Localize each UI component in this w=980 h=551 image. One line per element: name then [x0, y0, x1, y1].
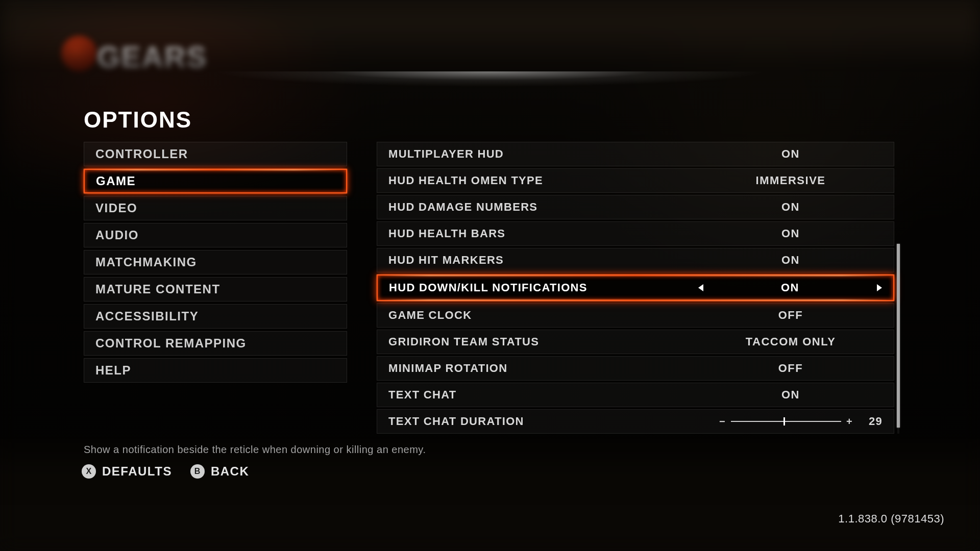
plus-icon[interactable]: + — [846, 416, 853, 428]
sidebar-item-label: CONTROLLER — [95, 147, 188, 161]
back-button[interactable]: B BACK — [190, 464, 249, 479]
setting-value: ON — [699, 227, 883, 240]
setting-value: IMMERSIVE — [699, 174, 883, 187]
setting-label: MINIMAP ROTATION — [388, 362, 699, 375]
back-label: BACK — [211, 464, 249, 479]
setting-hud-hit-markers[interactable]: HUD HIT MARKERS ON — [377, 248, 894, 272]
game-logo: GEARS — [61, 36, 265, 71]
setting-value: ON — [698, 281, 882, 294]
chevron-left-icon[interactable] — [698, 284, 703, 291]
version-text: 1.1.838.0 (9781453) — [838, 512, 944, 525]
minus-icon[interactable]: − — [719, 416, 726, 428]
sidebar-item-mature-content[interactable]: MATURE CONTENT — [84, 277, 347, 302]
setting-label: HUD DAMAGE NUMBERS — [388, 201, 699, 214]
setting-label: MULTIPLAYER HUD — [388, 147, 699, 161]
setting-label: HUD DOWN/KILL NOTIFICATIONS — [389, 281, 698, 294]
sidebar-item-label: MATCHMAKING — [95, 255, 197, 269]
setting-hud-damage-numbers[interactable]: HUD DAMAGE NUMBERS ON — [377, 195, 894, 219]
sidebar-item-video[interactable]: VIDEO — [84, 196, 347, 220]
slider-track[interactable] — [731, 421, 841, 422]
sidebar-item-label: HELP — [95, 363, 131, 378]
scrollbar-thumb[interactable] — [897, 244, 900, 428]
scrollbar[interactable] — [896, 142, 900, 434]
setting-label: GRIDIRON TEAM STATUS — [388, 335, 699, 348]
skull-cog-icon — [61, 36, 97, 71]
setting-label: TEXT CHAT — [388, 388, 699, 402]
sidebar-item-label: VIDEO — [95, 201, 137, 215]
setting-value: ON — [699, 388, 883, 402]
defaults-label: DEFAULTS — [102, 464, 172, 479]
setting-text-chat-duration[interactable]: TEXT CHAT DURATION − + 29 — [377, 409, 894, 434]
setting-value: TACCOM ONLY — [699, 335, 883, 348]
page-title: OPTIONS — [84, 107, 900, 133]
setting-game-clock[interactable]: GAME CLOCK OFF — [377, 303, 894, 328]
setting-hud-health-bars[interactable]: HUD HEALTH BARS ON — [377, 221, 894, 246]
slider-numeric-value: 29 — [862, 415, 883, 428]
sidebar-item-help[interactable]: HELP — [84, 358, 347, 383]
setting-value: OFF — [699, 362, 883, 375]
options-container: OPTIONS CONTROLLER GAME VIDEO AUDIO MATC… — [84, 107, 900, 434]
footer-actions: X DEFAULTS B BACK — [82, 464, 249, 479]
sidebar-item-label: CONTROL REMAPPING — [95, 336, 247, 350]
key-b-icon: B — [190, 464, 205, 479]
setting-multiplayer-hud[interactable]: MULTIPLAYER HUD ON — [377, 142, 894, 166]
setting-label: TEXT CHAT DURATION — [388, 415, 699, 428]
setting-label: HUD HIT MARKERS — [388, 254, 699, 267]
chevron-right-icon[interactable] — [877, 284, 882, 291]
slider-handle[interactable] — [783, 417, 785, 425]
sidebar-item-game[interactable]: GAME — [84, 169, 347, 193]
sidebar-item-audio[interactable]: AUDIO — [84, 223, 347, 247]
sidebar-item-label: AUDIO — [95, 228, 139, 242]
key-x-icon: X — [82, 464, 96, 479]
defaults-button[interactable]: X DEFAULTS — [82, 464, 172, 479]
setting-label: GAME CLOCK — [388, 309, 699, 322]
setting-value: − + 29 — [699, 415, 883, 428]
setting-label: HUD HEALTH OMEN TYPE — [388, 174, 699, 187]
sidebar-item-matchmaking[interactable]: MATCHMAKING — [84, 250, 347, 274]
setting-value: ON — [699, 254, 883, 267]
setting-gridiron-team-status[interactable]: GRIDIRON TEAM STATUS TACCOM ONLY — [377, 330, 894, 354]
settings-panel-wrap: MULTIPLAYER HUD ON HUD HEALTH OMEN TYPE … — [377, 142, 900, 434]
sidebar-item-control-remapping[interactable]: CONTROL REMAPPING — [84, 331, 347, 356]
sidebar-item-controller[interactable]: CONTROLLER — [84, 142, 347, 166]
sidebar-item-label: ACCESSIBILITY — [95, 309, 199, 323]
setting-description: Show a notification beside the reticle w… — [84, 444, 426, 456]
category-sidebar: CONTROLLER GAME VIDEO AUDIO MATCHMAKING … — [84, 142, 347, 383]
setting-text-chat[interactable]: TEXT CHAT ON — [377, 383, 894, 407]
columns: CONTROLLER GAME VIDEO AUDIO MATCHMAKING … — [84, 142, 900, 434]
sidebar-item-label: GAME — [96, 174, 136, 188]
setting-hud-down-kill-notifications[interactable]: HUD DOWN/KILL NOTIFICATIONS ON — [377, 274, 894, 301]
slider[interactable]: − + — [719, 416, 853, 428]
setting-label: HUD HEALTH BARS — [388, 227, 699, 240]
setting-minimap-rotation[interactable]: MINIMAP ROTATION OFF — [377, 356, 894, 381]
setting-hud-health-omen-type[interactable]: HUD HEALTH OMEN TYPE IMMERSIVE — [377, 168, 894, 193]
setting-value: OFF — [699, 309, 883, 322]
sidebar-item-accessibility[interactable]: ACCESSIBILITY — [84, 304, 347, 329]
setting-value: ON — [699, 201, 883, 214]
settings-panel: MULTIPLAYER HUD ON HUD HEALTH OMEN TYPE … — [377, 142, 894, 434]
logo-text: GEARS — [97, 40, 207, 74]
sidebar-item-label: MATURE CONTENT — [95, 282, 220, 296]
setting-value: ON — [699, 147, 883, 161]
